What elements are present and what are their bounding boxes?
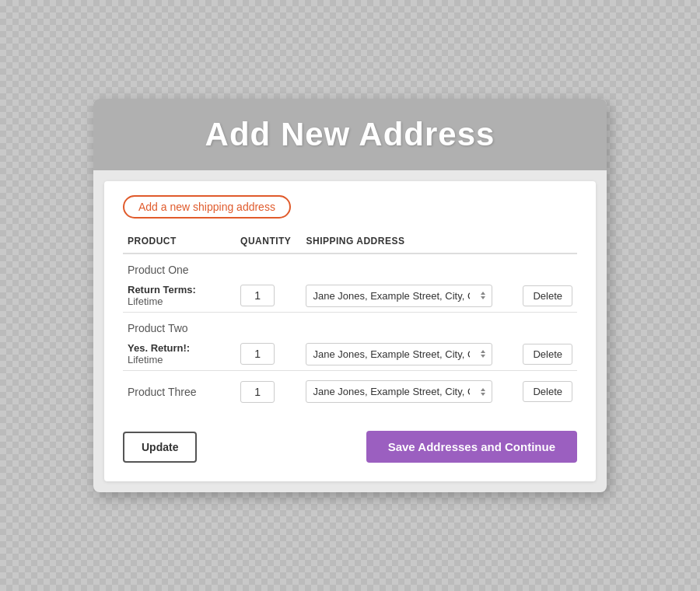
col-header-actions xyxy=(518,229,577,254)
product-one-return-label: Return Terms: xyxy=(128,284,231,296)
card-header: Add New Address xyxy=(93,99,607,170)
product-one-address-select[interactable]: Jane Jones, Example Street, City, CA xyxy=(306,285,492,307)
table-row: Product Two xyxy=(123,313,577,338)
product-two-return-label: Yes. Return!: xyxy=(128,342,231,354)
product-one-name: Product One xyxy=(123,254,236,279)
product-one-return-sublabel: Lifetime xyxy=(128,296,231,307)
add-shipping-link[interactable]: Add a new shipping address xyxy=(123,195,291,219)
table-row: Yes. Return!: Lifetime Jane Jones, Examp… xyxy=(123,337,577,371)
table-row: Product Three Jane Jones, Example Street… xyxy=(123,371,577,407)
product-one-delete-button[interactable]: Delete xyxy=(523,285,572,306)
table-row: Return Terms: Lifetime Jane Jones, Examp… xyxy=(123,279,577,313)
product-two-address-select[interactable]: Jane Jones, Example Street, City, CA xyxy=(306,343,492,365)
product-one-qty-input[interactable] xyxy=(240,285,275,306)
products-table: PRODUCT QUANTITY SHIPPING ADDRESS Produc… xyxy=(123,229,577,406)
card-body: Add a new shipping address PRODUCT QUANT… xyxy=(104,181,596,481)
product-three-name: Product Three xyxy=(123,371,236,407)
product-two-delete-button[interactable]: Delete xyxy=(523,344,572,365)
product-three-qty-input[interactable] xyxy=(240,381,275,403)
product-three-address-select[interactable]: Jane Jones, Example Street, City, CA xyxy=(306,380,492,403)
product-two-return-sublabel: Lifetime xyxy=(128,354,231,365)
footer-actions: Update Save Addresses and Continue xyxy=(123,423,577,463)
col-header-address: SHIPPING ADDRESS xyxy=(301,229,518,254)
page-title: Add New Address xyxy=(117,116,583,153)
col-header-quantity: QUANTITY xyxy=(236,229,301,254)
product-three-delete-button[interactable]: Delete xyxy=(523,381,572,402)
product-two-name: Product Two xyxy=(123,313,236,338)
save-addresses-button[interactable]: Save Addresses and Continue xyxy=(366,431,577,463)
main-card: Add New Address Add a new shipping addre… xyxy=(93,99,607,492)
update-button[interactable]: Update xyxy=(123,432,197,463)
product-two-qty-input[interactable] xyxy=(240,343,275,365)
table-row: Product One xyxy=(123,254,577,279)
col-header-product: PRODUCT xyxy=(123,229,236,254)
